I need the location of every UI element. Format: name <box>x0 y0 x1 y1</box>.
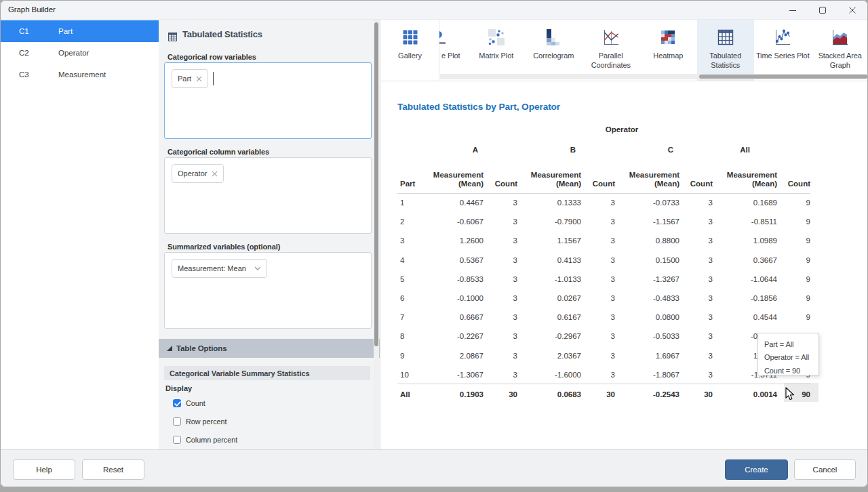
maximize-button[interactable] <box>808 1 837 20</box>
titlebar: Graph Builder <box>1 1 867 20</box>
count-cell: 3 <box>679 308 713 327</box>
column-id: C2 <box>19 49 29 57</box>
part-cell: 5 <box>397 270 420 289</box>
display-label: Display <box>165 384 192 392</box>
checkbox-row-column-percent[interactable]: Column percent <box>173 435 237 445</box>
sidebar-item-operator[interactable]: C2Operator <box>1 42 159 64</box>
checkbox-label: Row percent <box>186 417 227 426</box>
minimize-button[interactable] <box>778 1 808 20</box>
columns-sidebar: C1PartC2OperatorC3Measurement <box>1 20 159 449</box>
gallery-item-parallel-coordinates[interactable]: Parallel Coordinates <box>583 20 640 81</box>
close-button[interactable] <box>837 1 867 20</box>
table-row-part-4: 40.536730.413330.150030.36679 <box>397 251 810 270</box>
gallery-item-stacked-area-graph[interactable]: Stacked Area Graph <box>812 20 868 81</box>
mean-cell: -1.1567 <box>615 212 679 231</box>
builder-scrollbar[interactable] <box>374 20 379 449</box>
gallery-item-matrix-plot[interactable]: Matrix Plot <box>468 20 526 81</box>
tabulated-statistics-table: OperatorABCAllPartMeasurement(Mean)Count… <box>397 119 810 405</box>
gallery-horizontal-scrollbar[interactable] <box>440 74 867 79</box>
tabulated-statistics-icon <box>717 28 734 46</box>
checkbox-unchecked-icon[interactable] <box>173 417 181 426</box>
remove-chip-icon[interactable] <box>212 171 218 177</box>
mean-cell: 0.0683 <box>517 384 581 405</box>
table-group-header: C <box>615 139 713 160</box>
mean-cell: 0.6667 <box>420 308 484 327</box>
sidebar-item-part[interactable]: C1Part <box>1 20 159 42</box>
help-button[interactable]: Help <box>13 459 75 480</box>
builder-scrollbar-thumb[interactable] <box>374 22 378 346</box>
cancel-button[interactable]: Cancel <box>794 459 856 480</box>
column-name: Measurement <box>58 70 106 79</box>
part-cell: 2 <box>397 212 420 231</box>
table-options-label: Table Options <box>176 344 227 352</box>
gallery-item-gallery[interactable]: Gallery <box>381 20 439 81</box>
mean-cell: 1.1567 <box>517 231 581 250</box>
mean-cell: -1.6000 <box>517 365 581 384</box>
count-cell: 3 <box>679 346 713 365</box>
table-row-part-8: 8-0.22673-0.29673-0.50333-0.34229 <box>397 327 810 346</box>
tooltip-line: Operator = All <box>764 351 818 364</box>
gallery-item-label: Tabulated Statistics <box>698 51 754 70</box>
table-options-header[interactable]: Table Options <box>159 339 380 358</box>
remove-chip-icon[interactable] <box>196 76 202 82</box>
chip-label: Part <box>178 75 191 83</box>
cell-tooltip: Part = AllOperator = AllCount = 90 <box>757 333 819 375</box>
sidebar-item-measurement[interactable]: C3Measurement <box>1 64 159 85</box>
column-variables-box[interactable]: Operator <box>164 157 372 234</box>
table-span-header: Operator <box>420 119 810 139</box>
maximize-icon <box>819 7 826 14</box>
count-cell: 3 <box>484 193 517 212</box>
summarized-variables-box[interactable]: Measurement: Mean <box>164 252 372 329</box>
mean-cell: -0.6067 <box>420 212 484 231</box>
part-cell: 9 <box>397 346 420 365</box>
checkbox-row-row-percent[interactable]: Row percent <box>173 417 227 426</box>
checkbox-label: Count <box>186 399 205 407</box>
count-cell: 9 <box>777 289 810 308</box>
gallery-item-tabulated-statistics[interactable]: Tabulated Statistics <box>697 20 755 81</box>
variable-chip-operator[interactable]: Operator <box>172 164 224 183</box>
count-cell: 9 <box>777 251 810 270</box>
column-id: C1 <box>19 27 29 35</box>
gallery-scrollbar-thumb[interactable] <box>699 75 867 79</box>
chip-label: Measurement: Mean <box>178 264 246 272</box>
variable-chip-part[interactable]: Part <box>172 69 208 88</box>
parallel-coordinates-icon <box>602 28 620 46</box>
mean-cell: -1.3267 <box>615 270 679 289</box>
table-row-part-6: 6-0.100030.02673-0.48333-0.18569 <box>397 289 810 308</box>
mean-cell: 2.0367 <box>517 346 581 365</box>
checkbox-unchecked-icon[interactable] <box>173 436 181 444</box>
count-cell: 3 <box>484 327 517 346</box>
create-button[interactable]: Create <box>725 459 788 480</box>
table-row-part-10: 10-1.30673-1.60003-1.80673-1.57119 <box>397 365 810 384</box>
gallery-item-label: Parallel Coordinates <box>583 51 639 70</box>
count-cell: 3 <box>581 251 615 270</box>
count-cell: 30 <box>484 384 517 405</box>
column-variables-label: Categorical column variables <box>167 148 269 156</box>
mean-cell: -0.2267 <box>420 327 484 346</box>
checkbox-checked-icon[interactable] <box>173 399 181 407</box>
summarized-variables-label: Summarized variables (optional) <box>167 243 280 251</box>
table-row-part-7: 70.666730.616730.080030.45449 <box>397 308 810 327</box>
gallery-item-time-series-plot[interactable]: Time Series Plot <box>754 20 812 81</box>
row-variables-box[interactable]: Part <box>164 62 372 139</box>
count-cell: 3 <box>484 231 517 250</box>
gallery-item-heatmap[interactable]: Heatmap <box>639 20 697 81</box>
count-cell: 3 <box>484 289 517 308</box>
gallery-item-label: Matrix Plot <box>469 51 525 60</box>
chevron-down-icon[interactable] <box>254 266 261 270</box>
mean-cell: -1.0133 <box>517 270 581 289</box>
table-count-header: Count <box>777 160 810 193</box>
count-cell: 3 <box>581 212 615 231</box>
count-cell: 3 <box>679 270 713 289</box>
variable-chip-measurement-mean[interactable]: Measurement: Mean <box>172 259 267 278</box>
mean-cell: -1.8067 <box>615 365 679 384</box>
checkbox-row-count[interactable]: Count <box>173 398 205 408</box>
mean-cell: 0.8800 <box>615 231 679 250</box>
close-icon <box>849 7 856 14</box>
reset-button[interactable]: Reset <box>82 459 144 480</box>
count-cell: 3 <box>679 231 713 250</box>
mean-cell: 1.0989 <box>713 231 777 250</box>
table-group-header: A <box>420 139 517 160</box>
mean-cell: 1.2600 <box>420 231 484 250</box>
gallery-item-correlogram[interactable]: Correlogram <box>525 20 583 81</box>
